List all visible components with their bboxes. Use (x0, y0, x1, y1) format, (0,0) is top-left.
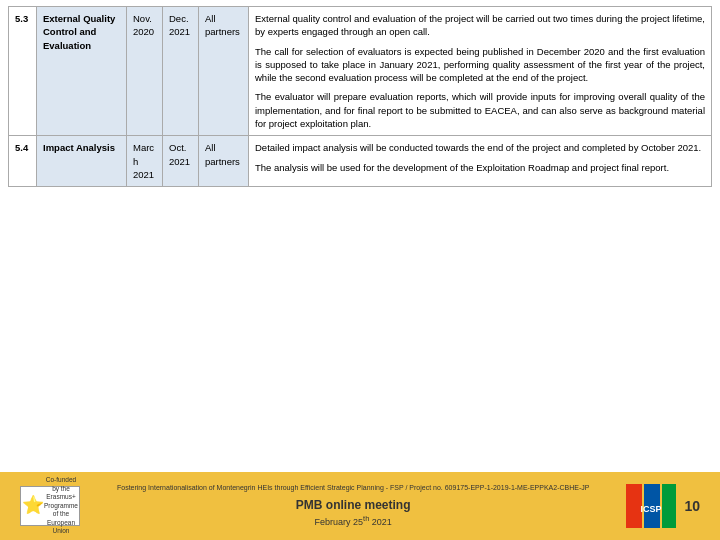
eu-text: Co-funded by the Erasmus+ Programme of t… (44, 476, 78, 535)
eu-logo: ⭐ Co-funded by the Erasmus+ Programme of… (20, 486, 80, 526)
icsp-logo: ICSP (626, 484, 676, 528)
svg-rect-2 (662, 484, 676, 528)
description-paragraph: Detailed impact analysis will be conduct… (255, 141, 705, 154)
footer-right: ICSP 10 (626, 484, 700, 528)
row-month2: Dec. 2021 (163, 7, 199, 136)
description-paragraph: The analysis will be used for the develo… (255, 161, 705, 174)
row-title: External Quality Control and Evaluation (37, 7, 127, 136)
page-wrapper: 5.3External Quality Control and Evaluati… (0, 0, 720, 540)
row-month2: Oct. 2021 (163, 136, 199, 187)
footer-area: ⭐ Co-funded by the Erasmus+ Programme of… (0, 472, 720, 540)
row-description: Detailed impact analysis will be conduct… (249, 136, 712, 187)
main-table: 5.3External Quality Control and Evaluati… (8, 6, 712, 187)
table-area: 5.3External Quality Control and Evaluati… (0, 0, 720, 472)
row-month1: Marc h 2021 (127, 136, 163, 187)
page-number: 10 (684, 498, 700, 514)
project-text: Fostering Internationalisation of Monten… (90, 483, 616, 493)
row-num: 5.3 (9, 7, 37, 136)
meeting-title: PMB online meeting (90, 497, 616, 514)
row-num: 5.4 (9, 136, 37, 187)
row-month1: Nov. 2020 (127, 7, 163, 136)
description-paragraph: The evaluator will prepare evaluation re… (255, 90, 705, 130)
description-paragraph: The call for selection of evaluators is … (255, 45, 705, 85)
row-partners: All partners (199, 7, 249, 136)
row-title: Impact Analysis (37, 136, 127, 187)
footer-left: ⭐ Co-funded by the Erasmus+ Programme of… (20, 486, 80, 526)
row-partners: All partners (199, 136, 249, 187)
footer-center: Fostering Internationalisation of Monten… (80, 483, 626, 528)
row-description: External quality control and evaluation … (249, 7, 712, 136)
description-paragraph: External quality control and evaluation … (255, 12, 705, 39)
svg-text:ICSP: ICSP (641, 504, 662, 514)
meeting-date: February 25th 2021 (315, 517, 392, 527)
